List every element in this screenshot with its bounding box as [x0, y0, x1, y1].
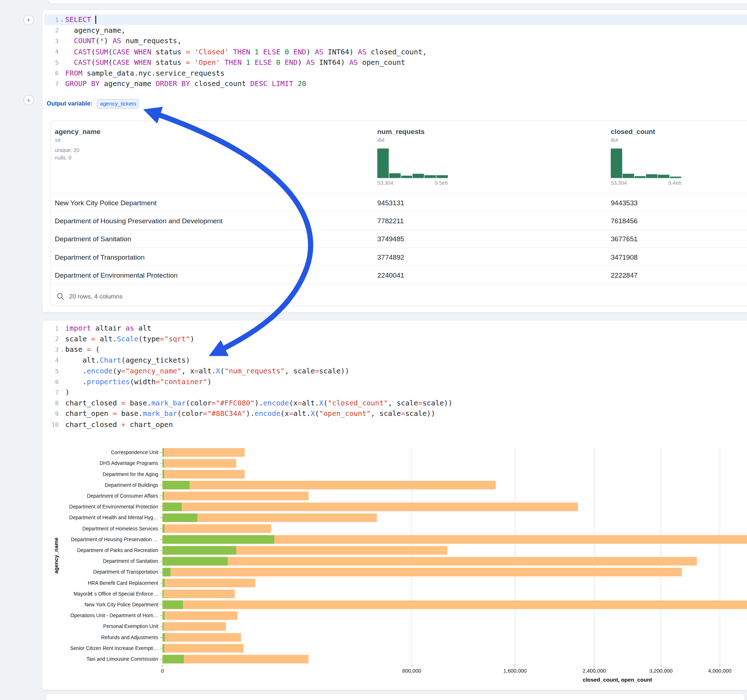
- table-cell: Department of Sanitation: [55, 235, 131, 242]
- code-line[interactable]: 6 .properties(width="container"): [44, 376, 747, 387]
- code-text: CAST(SUM(CASE WHEN status = 'Closed' THE…: [65, 48, 426, 56]
- table-body: New York City Police Department945313194…: [51, 193, 747, 284]
- hist-bar: [611, 148, 622, 178]
- bar-closed_count: [163, 633, 241, 642]
- y-axis-label: Department of Environmental Protection: [69, 504, 158, 510]
- code-text: .encode(y="agency_name", x=alt.X("num_re…: [65, 367, 349, 375]
- column-header-num-requests[interactable]: num_requests i64 53,304 9.5e6: [377, 127, 448, 186]
- hist-bar: [658, 175, 670, 178]
- search-icon[interactable]: [57, 293, 64, 300]
- column-name: closed_count: [611, 127, 681, 135]
- y-axis-label: Mayorâ€ s Office of Special Enforce…: [74, 591, 158, 597]
- code-line[interactable]: 1import altair as alt: [44, 323, 747, 333]
- line-number: 2: [44, 27, 59, 34]
- sql-editor[interactable]: 1⌄SELECT 2 agency_name,3 COUNT(*) AS num…: [44, 14, 747, 89]
- code-line[interactable]: 4 CAST(SUM(CASE WHEN status = 'Closed' T…: [44, 47, 747, 57]
- code-text: GROUP BY agency_name ORDER BY closed_cou…: [65, 80, 306, 88]
- y-axis-label: Department for the Aging: [103, 471, 158, 477]
- y-axis-label: Department of Housing Preservation …: [71, 537, 158, 542]
- bar-open_count: [163, 622, 163, 631]
- row-column-count: 20 rows, 4 columns: [69, 293, 122, 300]
- code-line[interactable]: 3⌄base = (: [44, 344, 747, 355]
- hist-bar: [436, 175, 448, 178]
- code-line[interactable]: 1⌄SELECT: [44, 14, 747, 25]
- altair-chart: 0800,0001,600,0002,400,0003,200,0004,000…: [42, 442, 747, 689]
- bar-closed_count: [163, 470, 245, 478]
- bar-closed_count: [163, 622, 226, 631]
- bar-closed_count: [163, 655, 309, 664]
- previous-cell-edge: [48, 0, 747, 4]
- x-axis-label: 1,600,000: [504, 668, 527, 674]
- output-variable-pill[interactable]: agency_tickets: [97, 99, 138, 109]
- next-cell-edge: [46, 693, 745, 700]
- histogram-range: 53,304 9.4e6: [611, 180, 681, 186]
- bar-open_count: [163, 459, 164, 468]
- hist-bar: [425, 175, 436, 178]
- code-text: alt.Chart(agency_tickets): [65, 356, 190, 365]
- bar-open_count: [163, 481, 189, 489]
- y-axis-label: Department of Transportation: [93, 569, 158, 575]
- code-text: FROM sample_data.nyc.service_requests: [65, 69, 224, 77]
- column-header-agency-name[interactable]: agency_name str unique: 20 nulls: 0: [55, 127, 101, 160]
- code-text: CAST(SUM(CASE WHEN status = 'Open' THEN …: [65, 58, 405, 67]
- table-cell: 9443533: [611, 199, 638, 206]
- python-editor[interactable]: 1import altair as alt2scale = alt.Scale(…: [44, 323, 747, 430]
- line-number: 1: [44, 16, 59, 23]
- bar-open_count: [163, 600, 183, 609]
- bar-closed_count: [163, 568, 682, 576]
- y-axis-label: Senior Citizen Rent Increase Exempti…: [70, 645, 158, 651]
- y-axis-label: HRA Benefit Card Replacement: [88, 580, 158, 586]
- line-number: 2: [44, 335, 59, 342]
- fold-chevron-icon[interactable]: ⌄: [59, 347, 66, 352]
- code-line[interactable]: 2scale = alt.Scale(type="sqrt"): [44, 333, 747, 344]
- column-header-closed-count[interactable]: closed_count i64 53,304 9.4e6: [611, 127, 681, 186]
- line-number: 4: [44, 48, 59, 56]
- y-axis-label: Department of Sanitation: [103, 558, 158, 564]
- table-cell: 3677651: [611, 235, 638, 242]
- column-null-count: nulls: 0: [55, 155, 101, 161]
- code-line[interactable]: 5 .encode(y="agency_name", x=alt.X("num_…: [44, 365, 747, 376]
- table-cell: 3774892: [377, 253, 404, 261]
- code-line[interactable]: 5 CAST(SUM(CASE WHEN status = 'Open' THE…: [44, 57, 747, 68]
- bar-closed_count: [163, 503, 578, 511]
- add-cell-button[interactable]: +: [23, 15, 34, 25]
- code-line[interactable]: 6FROM sample_data.nyc.service_requests: [44, 68, 747, 78]
- histogram-max: 9.5e6: [435, 180, 448, 186]
- column-histogram: [377, 148, 448, 178]
- code-line[interactable]: 9chart_open = base.mark_bar(color="#8BC3…: [44, 408, 747, 419]
- code-line[interactable]: 10chart_closed + chart_open: [44, 419, 747, 430]
- results-table: agency_name str unique: 20 nulls: 0 num_…: [50, 120, 747, 306]
- table-cell: Department of Housing Preservation and D…: [55, 217, 223, 224]
- x-axis-label: 2,400,000: [583, 668, 606, 674]
- code-text: chart_open = base.mark_bar(color="#8BC34…: [65, 409, 435, 418]
- code-line[interactable]: 7GROUP BY agency_name ORDER BY closed_co…: [44, 78, 747, 89]
- code-line[interactable]: 3 COUNT(*) AS num_requests,: [44, 36, 747, 47]
- fold-chevron-icon[interactable]: ⌄: [59, 17, 66, 22]
- y-axis-label: Department of Buildings: [105, 482, 158, 488]
- x-axis-title: closed_count, open_count: [583, 677, 652, 683]
- code-line[interactable]: 2 agency_name,: [44, 25, 747, 36]
- bar-closed_count: [163, 492, 309, 500]
- python-cell: 1import altair as alt2scale = alt.Scale(…: [42, 320, 747, 690]
- line-number: 3: [44, 346, 59, 353]
- column-name: num_requests: [377, 127, 448, 135]
- table-cell: 3471908: [611, 253, 638, 261]
- add-cell-button[interactable]: +: [23, 95, 34, 105]
- code-line[interactable]: 4 alt.Chart(agency_tickets): [44, 355, 747, 366]
- bar-open_count: [163, 492, 164, 500]
- table-header: agency_name str unique: 20 nulls: 0 num_…: [51, 121, 747, 193]
- line-number: 5: [44, 59, 59, 66]
- bar-open_count: [163, 590, 163, 598]
- code-text: SELECT: [65, 15, 96, 24]
- table-row: Department of Sanitation37494853677651: [51, 229, 747, 247]
- y-axis-label: DHS Advantage Programs: [100, 460, 158, 466]
- table-row: New York City Police Department945313194…: [51, 193, 747, 211]
- x-axis-label: 800,000: [402, 668, 421, 674]
- code-text: COUNT(*) AS num_requests,: [65, 37, 181, 45]
- code-line[interactable]: 8chart_closed = base.mark_bar(color="#FF…: [44, 398, 747, 409]
- bar-open_count: [163, 655, 184, 664]
- line-number: 3: [44, 38, 59, 45]
- code-line[interactable]: 7): [44, 387, 747, 398]
- code-text: .properties(width="container"): [65, 377, 212, 386]
- hist-bar: [389, 173, 401, 178]
